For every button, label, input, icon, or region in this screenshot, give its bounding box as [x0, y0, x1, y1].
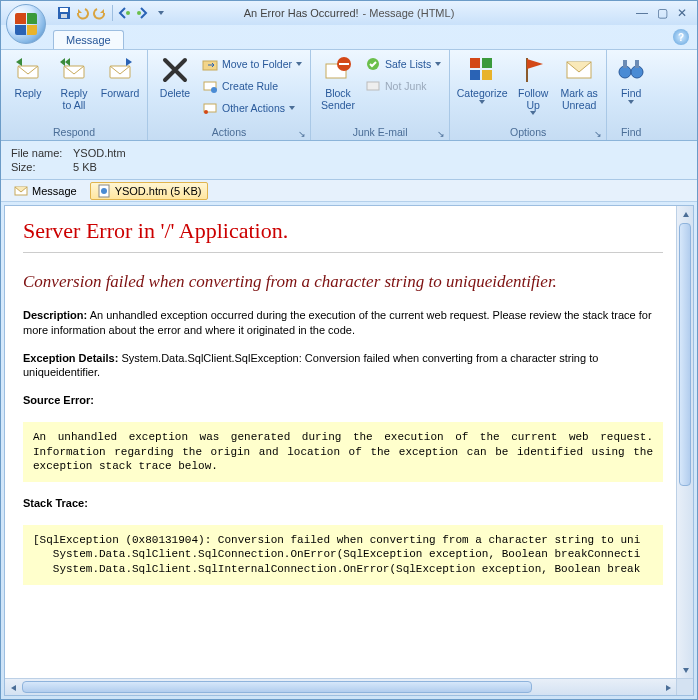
- create-rule-button[interactable]: Create Rule: [198, 76, 306, 96]
- safe-lists-icon: [365, 56, 381, 72]
- attachment-ysod-label: YSOD.htm (5 KB): [115, 185, 202, 197]
- svg-rect-15: [339, 63, 349, 65]
- file-info: File name:YSOD.htm Size:5 KB: [1, 141, 697, 180]
- office-button[interactable]: [6, 4, 46, 44]
- minimize-button[interactable]: —: [635, 6, 649, 20]
- attachment-tab-ysod[interactable]: YSOD.htm (5 KB): [90, 182, 209, 200]
- find-label: Find: [621, 88, 641, 100]
- categorize-icon: [466, 54, 498, 86]
- forward-label: Forward: [101, 88, 140, 100]
- scroll-up-icon[interactable]: [677, 206, 694, 223]
- attachment-tab-message[interactable]: Message: [7, 182, 84, 200]
- close-button[interactable]: ✕: [675, 6, 689, 20]
- size-value: 5 KB: [73, 161, 97, 173]
- rule-icon: [202, 78, 218, 94]
- flag-icon: [517, 54, 549, 86]
- ysod-title: Server Error in '/' Application.: [23, 218, 663, 253]
- maximize-button[interactable]: ▢: [655, 6, 669, 20]
- junk-launcher[interactable]: ↘: [437, 129, 445, 139]
- prev-icon[interactable]: [117, 5, 133, 21]
- chevron-down-icon: [435, 62, 441, 66]
- group-junk-label: Junk E-mail: [353, 126, 408, 138]
- horizontal-scrollbar[interactable]: [5, 678, 693, 695]
- scroll-down-icon[interactable]: [677, 661, 694, 678]
- svg-rect-20: [470, 70, 480, 80]
- ysod-subtitle: Conversion failed when converting from a…: [23, 271, 663, 292]
- envelope-icon: [14, 184, 28, 198]
- undo-icon[interactable]: [74, 5, 90, 21]
- group-actions-label: Actions: [212, 126, 246, 138]
- delete-icon: [159, 54, 191, 86]
- forward-icon: [104, 54, 136, 86]
- ribbon: Reply Reply to All Forward Respond Delet…: [1, 49, 697, 141]
- reply-label: Reply: [15, 88, 42, 100]
- mark-unread-button[interactable]: Mark as Unread: [556, 52, 602, 111]
- chevron-down-icon: [479, 100, 485, 104]
- reply-button[interactable]: Reply: [5, 52, 51, 100]
- qat-dropdown-icon[interactable]: [153, 5, 169, 21]
- move-to-folder-button[interactable]: Move to Folder: [198, 54, 306, 74]
- window-subtitle: - Message (HTML): [363, 7, 455, 19]
- categorize-button[interactable]: Categorize: [454, 52, 510, 104]
- svg-rect-2: [61, 14, 67, 18]
- ysod-ex-label: Exception Details:: [23, 352, 118, 364]
- reply-all-icon: [58, 54, 90, 86]
- scroll-right-icon[interactable]: [659, 679, 676, 696]
- scroll-thumb-h[interactable]: [22, 681, 532, 693]
- not-junk-icon: [365, 78, 381, 94]
- qat-divider: [112, 5, 113, 21]
- mark-unread-icon: [563, 54, 595, 86]
- svg-rect-25: [623, 60, 627, 68]
- scroll-thumb-v[interactable]: [679, 223, 691, 486]
- safe-lists-button[interactable]: Safe Lists: [361, 54, 445, 74]
- ysod-source-box: An unhandled exception was generated dur…: [23, 422, 663, 483]
- block-sender-icon: [322, 54, 354, 86]
- group-options-label: Options: [510, 126, 546, 138]
- size-label: Size:: [11, 161, 73, 173]
- filename-label: File name:: [11, 147, 73, 159]
- block-sender-button[interactable]: Block Sender: [315, 52, 361, 111]
- other-actions-button[interactable]: Other Actions: [198, 98, 306, 118]
- not-junk-button: Not Junk: [361, 76, 445, 96]
- categorize-label: Categorize: [457, 88, 508, 100]
- tab-message[interactable]: Message: [53, 30, 124, 49]
- next-icon[interactable]: [135, 5, 151, 21]
- scroll-corner: [676, 679, 693, 696]
- svg-rect-21: [482, 70, 492, 80]
- message-body: Server Error in '/' Application. Convers…: [5, 206, 693, 695]
- reply-all-button[interactable]: Reply to All: [51, 52, 97, 111]
- reply-icon: [12, 54, 44, 86]
- mark-unread-label: Mark as Unread: [560, 88, 597, 111]
- delete-label: Delete: [160, 88, 190, 100]
- group-find-label: Find: [611, 125, 651, 140]
- options-launcher[interactable]: ↘: [594, 129, 602, 139]
- redo-icon[interactable]: [92, 5, 108, 21]
- filename-value: YSOD.htm: [73, 147, 126, 159]
- ysod-desc-text: An unhandled exception occurred during t…: [23, 309, 652, 335]
- binoculars-icon: [615, 54, 647, 86]
- find-button[interactable]: Find: [611, 52, 651, 104]
- svg-rect-26: [635, 60, 639, 68]
- window-title: An Error Has Occurred!: [244, 7, 359, 19]
- ysod-desc-label: Description:: [23, 309, 87, 321]
- forward-button[interactable]: Forward: [97, 52, 143, 100]
- svg-point-12: [204, 110, 208, 114]
- actions-launcher[interactable]: ↘: [298, 129, 306, 139]
- svg-point-3: [126, 11, 130, 15]
- chevron-down-icon: [530, 111, 536, 115]
- svg-point-10: [211, 87, 217, 93]
- delete-button[interactable]: Delete: [152, 52, 198, 100]
- follow-up-label: Follow Up: [518, 88, 548, 111]
- svg-rect-19: [482, 58, 492, 68]
- chevron-down-icon: [289, 106, 295, 110]
- help-button[interactable]: ?: [673, 29, 689, 45]
- save-icon[interactable]: [56, 5, 72, 21]
- folder-move-icon: [202, 56, 218, 72]
- scroll-left-icon[interactable]: [5, 679, 22, 696]
- follow-up-button[interactable]: Follow Up: [510, 52, 556, 115]
- chevron-down-icon: [296, 62, 302, 66]
- html-file-icon: [97, 184, 111, 198]
- reply-all-label: Reply to All: [61, 88, 88, 111]
- vertical-scrollbar[interactable]: [676, 206, 693, 678]
- ysod-stack-label: Stack Trace:: [23, 497, 88, 509]
